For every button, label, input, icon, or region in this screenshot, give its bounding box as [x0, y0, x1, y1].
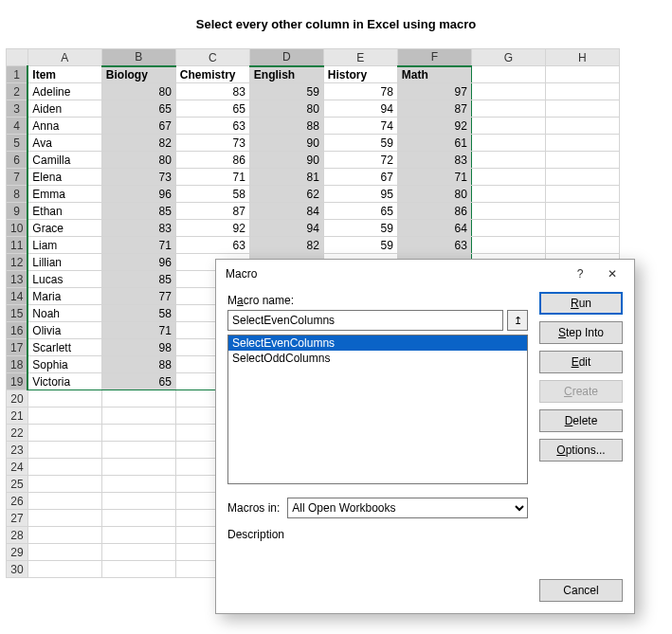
cell[interactable] [545, 186, 619, 203]
cell[interactable] [545, 83, 619, 100]
cell[interactable]: 72 [323, 152, 397, 169]
cell[interactable] [27, 408, 101, 425]
cell[interactable] [27, 442, 101, 459]
cell[interactable]: Math [397, 66, 471, 83]
row-header[interactable]: 30 [7, 561, 28, 578]
cell[interactable]: 78 [323, 83, 397, 100]
cell[interactable] [27, 459, 101, 476]
cell[interactable]: 71 [397, 169, 471, 186]
cell[interactable] [471, 152, 545, 169]
macro-list-item[interactable]: SelectOddColumns [228, 351, 527, 366]
cell[interactable] [545, 169, 619, 186]
cell[interactable]: 80 [249, 100, 323, 118]
cell[interactable]: 82 [249, 237, 323, 254]
dialog-titlebar[interactable]: Macro ? ✕ [216, 260, 634, 288]
cell[interactable]: 73 [101, 169, 175, 186]
cell[interactable] [471, 186, 545, 203]
cell[interactable] [471, 83, 545, 100]
cell[interactable] [545, 237, 619, 254]
cell[interactable]: 94 [249, 220, 323, 237]
row-header[interactable]: 16 [7, 322, 28, 339]
row-header[interactable]: 21 [7, 408, 28, 425]
cell[interactable] [27, 493, 101, 510]
row-header[interactable]: 17 [7, 339, 28, 356]
cell[interactable] [545, 100, 619, 118]
cell[interactable]: 97 [397, 83, 471, 100]
cell[interactable] [471, 100, 545, 118]
cell[interactable] [471, 220, 545, 237]
cell[interactable]: 83 [101, 220, 175, 237]
cell[interactable] [27, 476, 101, 493]
run-button[interactable]: Run [539, 292, 623, 315]
collapse-ref-button[interactable]: ↥ [507, 310, 528, 331]
cell[interactable]: 59 [323, 135, 397, 152]
cell[interactable]: 58 [101, 305, 175, 322]
cell[interactable] [101, 459, 175, 476]
cell[interactable]: Olivia [27, 322, 101, 339]
cell[interactable] [101, 390, 175, 408]
row-header[interactable]: 12 [7, 254, 28, 271]
row-header[interactable]: 11 [7, 237, 28, 254]
column-header[interactable]: F [397, 49, 471, 66]
cell[interactable] [471, 118, 545, 135]
row-header[interactable]: 24 [7, 459, 28, 476]
cell[interactable]: Sophia [27, 356, 101, 373]
cell[interactable]: Victoria [27, 373, 101, 390]
row-header[interactable]: 26 [7, 493, 28, 510]
row-header[interactable]: 23 [7, 442, 28, 459]
cell[interactable] [101, 425, 175, 442]
row-header[interactable]: 27 [7, 510, 28, 527]
cell[interactable]: 59 [249, 83, 323, 100]
cell[interactable] [101, 493, 175, 510]
cell[interactable]: 59 [323, 237, 397, 254]
delete-button[interactable]: Delete [539, 409, 623, 432]
macros-in-select[interactable]: All Open Workbooks [287, 498, 528, 518]
cell[interactable]: 88 [101, 356, 175, 373]
cell[interactable]: 90 [249, 135, 323, 152]
cell[interactable] [27, 544, 101, 561]
cell[interactable] [545, 118, 619, 135]
column-header[interactable]: E [323, 49, 397, 66]
row-header[interactable]: 5 [7, 135, 28, 152]
row-header[interactable]: 1 [7, 66, 28, 83]
cell[interactable]: 96 [101, 186, 175, 203]
step-into-button[interactable]: Step Into [539, 321, 623, 344]
column-header[interactable]: B [101, 49, 175, 66]
row-header[interactable]: 18 [7, 356, 28, 373]
cell[interactable]: Liam [27, 237, 101, 254]
cell[interactable]: 61 [397, 135, 471, 152]
cell[interactable]: 71 [101, 322, 175, 339]
cell[interactable]: 58 [175, 186, 249, 203]
column-header[interactable]: A [27, 49, 101, 66]
cell[interactable]: Lucas [27, 271, 101, 288]
cell[interactable]: 88 [249, 118, 323, 135]
cell[interactable]: 63 [175, 237, 249, 254]
column-header[interactable]: D [249, 49, 323, 66]
cell[interactable]: Adeline [27, 83, 101, 100]
cell[interactable]: 84 [249, 203, 323, 220]
row-header[interactable]: 28 [7, 527, 28, 544]
cell[interactable]: 94 [323, 100, 397, 118]
cell[interactable]: 81 [249, 169, 323, 186]
cell[interactable]: 67 [323, 169, 397, 186]
cell[interactable]: 85 [101, 271, 175, 288]
cell[interactable]: 92 [397, 118, 471, 135]
cell[interactable]: Elena [27, 169, 101, 186]
cancel-button[interactable]: Cancel [539, 579, 623, 602]
cell[interactable] [101, 476, 175, 493]
cell[interactable]: 63 [175, 118, 249, 135]
cell[interactable]: 83 [397, 152, 471, 169]
cell[interactable]: Chemistry [175, 66, 249, 83]
cell[interactable] [471, 135, 545, 152]
cell[interactable] [471, 203, 545, 220]
cell[interactable]: History [323, 66, 397, 83]
row-header[interactable]: 8 [7, 186, 28, 203]
row-header[interactable]: 19 [7, 373, 28, 390]
options-button[interactable]: Options... [539, 439, 623, 462]
row-header[interactable]: 29 [7, 544, 28, 561]
row-header[interactable]: 7 [7, 169, 28, 186]
macro-list[interactable]: SelectEvenColumnsSelectOddColumns [227, 335, 528, 484]
cell[interactable]: 67 [101, 118, 175, 135]
cell[interactable] [101, 408, 175, 425]
close-button[interactable]: ✕ [596, 262, 628, 286]
